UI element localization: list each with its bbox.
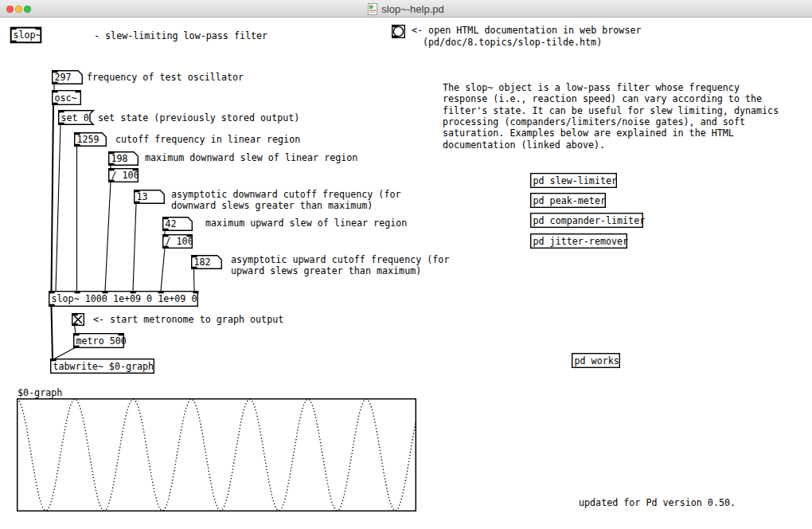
obj-metro-label: metro 500 (76, 335, 127, 347)
comment-test-frequency: frequency of test oscillator (87, 72, 244, 83)
patch-cord (56, 124, 61, 291)
titlebar: slop~-help.pd (0, 0, 812, 18)
numberbox-up-slew-label: 42 (166, 218, 177, 229)
comment-start-metro: <- start metronome to graph output (93, 314, 283, 325)
comment-up-asymptotic-line: asymptotic upward cutoff frequency (for (231, 254, 449, 265)
comment-docs-path: (pd/doc/8.topics/slop-tilde.htm) (423, 37, 602, 48)
array-graph-frame (18, 399, 416, 511)
numberbox-test-frequency-label: 297 (55, 72, 72, 83)
patch-cord (75, 325, 76, 334)
subpatch-works-label: pd works (575, 355, 619, 366)
obj-slop-title-label: slop~ (14, 29, 41, 41)
patch-cord (105, 182, 111, 291)
msg-set-state-label: set 0 (61, 112, 89, 123)
comment-down-slew: maximum downward slew of linear region (145, 152, 357, 163)
pd-file-icon (368, 3, 377, 15)
patch-cord (133, 204, 136, 291)
comment-description-line: processing (companders/limiters/noise ga… (443, 116, 745, 127)
comment-description-line: saturation. Examples below are explained… (443, 127, 734, 139)
comment-down-asymptotic-line: downward slews greater than maximum) (171, 200, 373, 211)
outlet-pin (72, 323, 78, 326)
comment-description-line: The slop~ object is a low-pass filter wh… (443, 82, 740, 93)
outlet-pin (392, 36, 398, 38)
comment-cutoff: cutoff frequency in linear region (115, 134, 300, 145)
obj-slop-main-label: slop~ 1000 1e+09 0 1e+09 0 (52, 293, 197, 304)
comment-description-line: documentation (linked above). (443, 139, 605, 151)
comment-set-state: set state (previously stored output) (98, 112, 299, 123)
inlet-pin (392, 25, 398, 28)
patch-cord (52, 104, 54, 291)
comment-graph-label: $0-graph (18, 387, 62, 398)
obj-divide-100-down-label: / 100 (111, 170, 139, 181)
comment-description-line: filter's state. It can be useful for sle… (443, 105, 779, 116)
comment-description-line: response (i.e., reaction speed) can vary… (443, 93, 762, 104)
numberbox-up-asymptotic-label: 182 (194, 257, 211, 268)
window-title: slop~-help.pd (381, 3, 443, 15)
comment-up-asymptotic-line: upward slews greater than maximum) (231, 265, 421, 276)
numberbox-cutoff-label: 1259 (77, 134, 100, 145)
subpatch-jitter-remover-label: pd jitter-remover (533, 236, 629, 247)
subpatch-slew-limiter-label: pd slew-limiter (533, 175, 618, 186)
numberbox-down-asymptotic-label: 13 (137, 191, 148, 202)
patch-canvas: slop~- slew-limiting low-pass filter<- o… (0, 18, 812, 529)
comment-updated: updated for Pd version 0.50. (579, 497, 736, 508)
comment-description: The slop~ object is a low-pass filter wh… (443, 82, 779, 151)
comment-down-asymptotic: asymptotic downward cutoff frequency (fo… (171, 189, 401, 211)
comment-up-slew: maximum upward slew of linear region (205, 217, 407, 229)
patch-cord (53, 347, 76, 359)
inlet-pin (72, 314, 78, 316)
subpatch-peak-meter-label: pd peak-meter (533, 195, 606, 206)
patch-cord (161, 248, 165, 291)
numberbox-down-slew-label: 198 (111, 153, 128, 164)
patch-cord (194, 269, 195, 291)
comment-title-desc: - slew-limiting low-pass filter (94, 30, 267, 41)
pd-patch-window: slop~-help.pd slop~- slew-limiting low-p… (0, 0, 812, 529)
bang-circle-icon (393, 26, 403, 36)
patch-cord (52, 307, 53, 359)
comment-down-asymptotic-line: asymptotic downward cutoff frequency (fo… (171, 189, 401, 200)
subpatch-compander-limiter-label: pd compander-limiter (533, 215, 646, 226)
obj-osc-label: osc~ (55, 92, 77, 104)
obj-divide-100-up-label: / 100 (166, 236, 193, 247)
comment-up-asymptotic: asymptotic upward cutoff frequency (foru… (231, 254, 449, 276)
comment-open-docs: <- open HTML documentation in web browse… (412, 25, 642, 36)
patch-svg: slop~- slew-limiting low-pass filter<- o… (0, 18, 812, 529)
array-waveform (17, 399, 416, 511)
obj-tabwrite-label: tabwrite~ $0-graph (53, 361, 154, 372)
